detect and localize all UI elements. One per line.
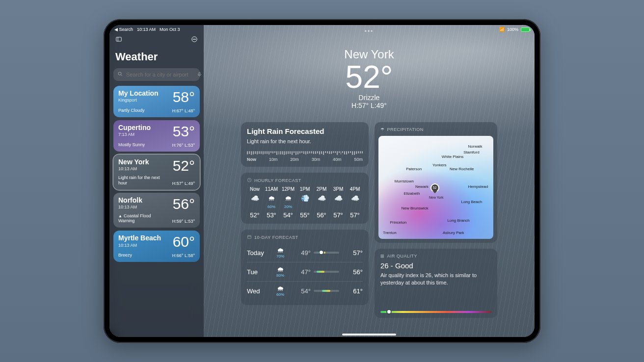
map-label: Newark: [415, 184, 429, 189]
city-temp: 52°: [173, 158, 195, 173]
day-low: 47°: [290, 268, 311, 276]
weather-icon: ☁️: [351, 194, 359, 202]
weather-icon: 🌧: [273, 266, 287, 273]
back-search-link[interactable]: ◀ Search: [114, 27, 133, 32]
map-label: Morristown: [395, 179, 414, 183]
nowcast-label: 10m: [269, 157, 278, 162]
nowcast-labels: Now10m20m30m40m50m: [247, 157, 363, 162]
city-temp: 60°: [173, 234, 195, 249]
mic-icon[interactable]: [197, 72, 202, 78]
daily-row: Tue🌧80%47°56°: [247, 262, 363, 281]
city-sub: 10:13 AM: [118, 243, 161, 248]
map-label: Elizabeth: [403, 191, 420, 196]
status-date: Mon Oct 3: [160, 27, 180, 32]
main-pane: ••• New York 52° Drizzle H:57° L:49° Lig…: [204, 25, 535, 337]
day-name: Tue: [247, 268, 270, 276]
city-sub: 7:13 AM: [118, 132, 151, 137]
city-card-norfolk[interactable]: Norfolk10:13 AM56°Coastal Flood WarningH…: [113, 193, 200, 228]
weather-icon: 💨: [301, 194, 309, 202]
city-card-my-location[interactable]: My LocationKingsport58°Partly CloudyH:67…: [113, 86, 200, 117]
hour-col: 1PM💨 55°: [297, 186, 313, 219]
hour-precip: [304, 205, 305, 209]
daily-card[interactable]: 10-DAY FORECAST Today🌧70%49°57°Tue🌧80%47…: [241, 230, 369, 305]
map-label: Stamford: [463, 150, 479, 155]
hour-time: 4PM: [350, 186, 360, 192]
battery-icon: [521, 27, 530, 32]
temp-range-bar: [314, 290, 339, 292]
precip-header: PRECIPITATION: [387, 127, 424, 132]
nowcast-label: Now: [247, 157, 256, 162]
more-icon[interactable]: [191, 36, 198, 45]
day-precip: 70%: [273, 254, 287, 259]
city-name: Myrtle Beach: [118, 234, 161, 242]
aq-desc: Air quality index is 26, which is simila…: [380, 272, 491, 286]
hour-time: Now: [250, 186, 260, 192]
city-temp: 53°: [173, 124, 195, 139]
air-quality-card[interactable]: ⊞ AIR QUALITY 26 - Good Air quality inde…: [375, 249, 497, 318]
day-precip: 60%: [273, 292, 287, 297]
city-card-myrtle-beach[interactable]: Myrtle Beach10:13 AM60°BreezyH:66° L:58°: [113, 231, 200, 262]
city-high-low: H:76° L:53°: [172, 143, 195, 148]
day-high: 57°: [342, 249, 363, 257]
ipad-frame: ◀ Search 10:13 AM Mon Oct 3 📶 100% Weath…: [104, 19, 540, 343]
status-time: 10:13 AM: [137, 27, 156, 32]
city-card-new-york[interactable]: New York10:13 AM52°Light rain for the ne…: [113, 155, 200, 190]
svg-rect-0: [116, 37, 122, 41]
precipitation-card[interactable]: ☂ PRECIPITATION 52 New York NorwalkStamf…: [375, 122, 497, 243]
search-icon: [117, 71, 123, 78]
search-input[interactable]: [126, 72, 194, 78]
hour-temp: 55°: [300, 211, 310, 219]
city-name: Cupertino: [118, 124, 151, 131]
nowcast-card[interactable]: Light Rain Forecasted Light rain for the…: [241, 122, 369, 167]
home-indicator[interactable]: [342, 334, 396, 336]
temp-range-bar: [314, 252, 339, 254]
hour-time: 2PM: [317, 186, 327, 192]
day-icon-wrap: 🌧60%: [273, 285, 287, 297]
search-field[interactable]: [113, 68, 200, 81]
svg-rect-10: [248, 235, 251, 238]
calendar-icon: [247, 234, 252, 240]
nowcast-sub: Light rain for the next hour.: [247, 138, 363, 144]
hour-time: 11AM: [265, 186, 278, 192]
map-label: New Brunswick: [402, 206, 429, 210]
hour-col: 4PM☁️ 57°: [347, 186, 363, 219]
hero-high-low: H:57° L:49°: [214, 102, 525, 109]
aq-header: AIR QUALITY: [387, 254, 418, 259]
wifi-icon: 📶: [499, 27, 505, 32]
weather-icon: ☁️: [318, 194, 326, 202]
day-high: 61°: [342, 287, 363, 295]
hour-precip: [321, 205, 322, 209]
aq-icon: ⊞: [380, 254, 385, 259]
nowcast-label: 40m: [333, 157, 342, 162]
clock-icon: [247, 178, 252, 183]
hour-precip: 60%: [268, 205, 275, 209]
city-sub: Kingsport: [118, 98, 159, 103]
day-low: 54°: [290, 287, 311, 295]
hour-temp: 56°: [317, 211, 326, 219]
map-pin: 52: [431, 184, 438, 191]
screen: ◀ Search 10:13 AM Mon Oct 3 📶 100% Weath…: [109, 25, 535, 337]
map-label: Norwalk: [468, 144, 483, 149]
weather-icon: 🌧: [273, 285, 287, 292]
aq-scale: [380, 311, 491, 313]
svg-point-4: [194, 39, 194, 39]
city-name: My Location: [118, 90, 159, 97]
city-sub: 10:13 AM: [118, 166, 149, 171]
hourly-card[interactable]: HOURLY FORECAST Now☁️ 52°11AM🌧60%53°12PM…: [241, 173, 369, 224]
daily-row: Today🌧70%49°57°: [247, 243, 363, 262]
daily-row: Wed🌧60%54°61°: [247, 281, 363, 300]
umbrella-icon: ☂: [380, 127, 385, 132]
nowcast-ticks: [247, 151, 363, 155]
hour-precip: 20%: [284, 205, 292, 209]
precip-map[interactable]: 52 New York NorwalkStamfordWhite PlainsY…: [378, 136, 493, 239]
temp-range-bar: [314, 271, 339, 273]
hour-time: 1PM: [300, 186, 310, 192]
status-bar: ◀ Search 10:13 AM Mon Oct 3 📶 100%: [109, 25, 535, 34]
city-card-cupertino[interactable]: Cupertino7:13 AM53°Mostly SunnyH:76° L:5…: [113, 120, 200, 152]
sidebar-toggle-icon[interactable]: [115, 36, 122, 45]
day-icon-wrap: 🌧80%: [273, 266, 287, 278]
hour-temp: 57°: [350, 211, 360, 219]
daily-list: Today🌧70%49°57°Tue🌧80%47°56°Wed🌧60%54°61…: [247, 243, 363, 300]
city-temp: 56°: [173, 197, 195, 211]
map-label: Yonkers: [432, 163, 447, 167]
